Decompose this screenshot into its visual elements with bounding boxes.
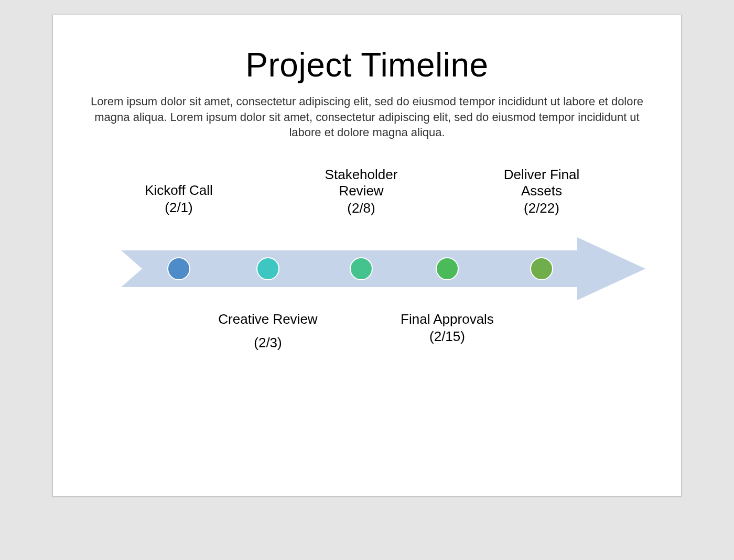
timeline-arrow xyxy=(121,237,645,300)
milestone-date: (2/8) xyxy=(304,200,419,216)
milestone-label: Stakeholder Review xyxy=(304,167,419,199)
milestone-dot xyxy=(350,257,373,280)
slide-title: Project Timeline xyxy=(53,46,681,84)
milestone-dot xyxy=(436,257,459,280)
arrow-shape xyxy=(121,237,645,300)
milestone-deliver-final-assets: Deliver Final Assets (2/22) xyxy=(484,167,599,217)
milestone-dot xyxy=(256,257,279,280)
milestone-dot xyxy=(167,257,190,280)
viewport: Project Timeline Lorem ipsum dolor sit a… xyxy=(0,0,734,560)
milestone-dot xyxy=(530,257,553,280)
milestone-label: Creative Review xyxy=(215,311,320,327)
milestone-creative-review: Creative Review (2/3) xyxy=(215,311,320,351)
milestone-label: Kickoff Call xyxy=(126,182,231,199)
milestone-date: (2/15) xyxy=(395,328,500,345)
milestone-kickoff: Kickoff Call (2/1) xyxy=(126,182,231,216)
slide: Project Timeline Lorem ipsum dolor sit a… xyxy=(52,15,682,497)
milestone-final-approvals: Final Approvals (2/15) xyxy=(395,311,500,345)
milestone-date: (2/1) xyxy=(126,200,231,216)
milestone-date: (2/22) xyxy=(484,200,599,216)
timeline: Kickoff Call (2/1) Creative Review (2/3)… xyxy=(63,182,671,381)
slide-description: Lorem ipsum dolor sit amet, consectetur … xyxy=(89,94,645,140)
milestone-date: (2/3) xyxy=(215,335,320,351)
milestone-label: Deliver Final Assets xyxy=(484,167,599,199)
milestone-label: Final Approvals xyxy=(395,311,500,327)
milestone-stakeholder-review: Stakeholder Review (2/8) xyxy=(304,167,419,217)
